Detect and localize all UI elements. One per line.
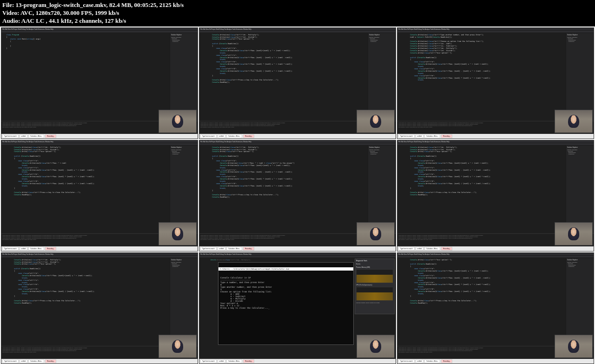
- thumbnail-8[interactable]: File Edit View Git Project Build Debug T…: [199, 252, 396, 364]
- file-info-header: File: 13-program_logic-switch_case.mkv, …: [0, 0, 595, 26]
- code-editor[interactable]: Console.Write(class="str">"Your option? …: [397, 258, 566, 346]
- taskbar-item[interactable]: Recording...: [441, 359, 452, 363]
- console-title: C:\Users\...\Calculator\bin\Debug\netcor…: [218, 267, 353, 271]
- windows-taskbar[interactable]: Type here to search untitled Calculator …: [397, 359, 594, 364]
- taskbar-item[interactable]: untitled: [20, 134, 28, 138]
- webcam-overlay: [555, 222, 593, 245]
- taskbar-item[interactable]: Calculator - Micro...: [226, 359, 242, 363]
- windows-taskbar[interactable]: Type here to search untitled Calculator …: [1, 359, 198, 364]
- thumbnail-9[interactable]: File Edit View Git Project Build Debug T…: [397, 252, 594, 364]
- taskbar-search[interactable]: Type here to search: [2, 247, 19, 251]
- taskbar-item[interactable]: Calculator - Micro...: [226, 247, 242, 251]
- webcam-overlay: [357, 222, 395, 245]
- file-info-line2: Video: AVC, 1280x720, 30.000 FPS, 1999 k…: [2, 9, 593, 17]
- taskbar-item[interactable]: Calculator - Micro...: [28, 134, 44, 138]
- memory-chart: [356, 269, 393, 283]
- code-editor[interactable]: Console.WriteLine(class="str">"\tm - Mul…: [199, 146, 368, 233]
- taskbar-item[interactable]: Recording...: [243, 247, 254, 251]
- solution-explorer[interactable]: Solution Explorer Solution 'Calculator' …: [170, 258, 198, 346]
- taskbar-item[interactable]: Recording...: [45, 134, 56, 138]
- windows-taskbar[interactable]: Type here to search untitled Calculator …: [199, 246, 396, 251]
- file-info-line1: File: 13-program_logic-switch_case.mkv, …: [2, 1, 593, 9]
- solution-explorer[interactable]: Solution Explorer Solution 'Calculator' …: [566, 258, 594, 346]
- code-editor[interactable]: Console.WriteLine(class="str">"\tm - Mul…: [1, 146, 170, 233]
- windows-taskbar[interactable]: Type here to search untitled Calculator …: [397, 134, 594, 139]
- windows-taskbar[interactable]: Type here to search untitled Calculator …: [1, 134, 198, 139]
- webcam-overlay: [159, 335, 197, 358]
- taskbar-search[interactable]: Type here to search: [398, 359, 415, 363]
- file-info-line3: Audio: AAC LC , 44.1 kHz, 2 channels, 12…: [2, 17, 593, 25]
- taskbar-search[interactable]: Type here to search: [200, 247, 217, 251]
- console-window[interactable]: C:\Users\...\Calculator\bin\Debug\netcor…: [218, 262, 354, 345]
- taskbar-item[interactable]: Recording...: [45, 359, 56, 363]
- console-output: Console Calculator in C# ---------------…: [220, 277, 351, 309]
- code-editor[interactable]: Console.WriteLine(class="str">"\tm - Mul…: [397, 146, 566, 233]
- windows-taskbar[interactable]: Type here to search untitled Calculator …: [199, 134, 396, 139]
- code-editor[interactable]: class Program { static void Main(string[…: [1, 33, 170, 121]
- webcam-overlay: [159, 222, 197, 245]
- taskbar-item[interactable]: Calculator - Micro...: [424, 247, 440, 251]
- thumbnail-1[interactable]: File Edit View Git Project Build Debug T…: [1, 27, 198, 139]
- solution-explorer[interactable]: Solution Explorer Solution 'Calculator' …: [566, 33, 594, 121]
- taskbar-search[interactable]: Type here to search: [200, 134, 217, 138]
- thumbnail-2[interactable]: File Edit View Git Project Build Debug T…: [199, 27, 396, 139]
- taskbar-item[interactable]: untitled: [20, 247, 28, 251]
- taskbar-item[interactable]: Calculator - Micro...: [28, 359, 44, 363]
- taskbar-item[interactable]: Recording...: [243, 134, 254, 138]
- thumbnail-5[interactable]: File Edit View Git Project Build Debug T…: [199, 140, 396, 251]
- taskbar-item[interactable]: Recording...: [441, 134, 452, 138]
- thumbnail-7[interactable]: File Edit View Git Project Build Debug T…: [1, 252, 198, 364]
- solution-explorer[interactable]: Solution Explorer Solution 'Calculator' …: [170, 33, 198, 121]
- taskbar-search[interactable]: Type here to search: [398, 134, 415, 138]
- taskbar-item[interactable]: untitled: [218, 247, 226, 251]
- taskbar-item[interactable]: untitled: [416, 359, 424, 363]
- taskbar-item[interactable]: Calculator - Micro...: [226, 134, 242, 138]
- thumbnail-3[interactable]: File Edit View Git Project Build Debug T…: [397, 27, 594, 139]
- taskbar-item[interactable]: untitled: [416, 134, 424, 138]
- webcam-overlay: [357, 335, 395, 358]
- solution-explorer[interactable]: Solution Explorer Solution 'Calculator' …: [566, 146, 594, 233]
- taskbar-search[interactable]: Type here to search: [200, 359, 217, 363]
- thumbnail-grid: File Edit View Git Project Build Debug T…: [0, 26, 595, 364]
- taskbar-item[interactable]: untitled: [218, 359, 226, 363]
- taskbar-search[interactable]: Type here to search: [2, 359, 19, 363]
- windows-taskbar[interactable]: Type here to search untitled Calculator …: [1, 246, 198, 251]
- cpu-chart: [356, 287, 393, 301]
- diagnostic-tools[interactable]: Diagnostic Tools Events Process Memory (…: [355, 258, 395, 314]
- webcam-overlay: [357, 110, 395, 133]
- thumbnail-4[interactable]: File Edit View Git Project Build Debug T…: [1, 140, 198, 251]
- code-editor[interactable]: Console.WriteLine(class="str">"\tm - Mul…: [1, 258, 170, 346]
- webcam-overlay: [555, 335, 593, 358]
- taskbar-item[interactable]: Calculator - Micro...: [424, 134, 440, 138]
- webcam-overlay: [555, 110, 593, 133]
- solution-explorer[interactable]: Solution Explorer Solution 'Calculator' …: [368, 33, 396, 121]
- taskbar-search[interactable]: Type here to search: [2, 134, 19, 138]
- thumbnail-6[interactable]: File Edit View Git Project Build Debug T…: [397, 140, 594, 251]
- taskbar-item[interactable]: Recording...: [243, 359, 254, 363]
- code-editor[interactable]: Console.WriteLine(class="str">"Type anot…: [397, 33, 566, 121]
- windows-taskbar[interactable]: Type here to search untitled Calculator …: [397, 246, 594, 251]
- taskbar-item[interactable]: Recording...: [45, 247, 56, 251]
- solution-explorer[interactable]: Solution Explorer Solution 'Calculator' …: [368, 146, 396, 233]
- taskbar-item[interactable]: untitled: [416, 247, 424, 251]
- windows-taskbar[interactable]: Type here to search untitled Calculator …: [199, 359, 396, 364]
- code-editor[interactable]: Console.WriteLine(class="str">"\tm - Mul…: [199, 33, 368, 121]
- solution-explorer[interactable]: Solution Explorer Solution 'Calculator' …: [170, 146, 198, 233]
- webcam-overlay: [159, 110, 197, 133]
- taskbar-item[interactable]: Calculator - Micro...: [424, 359, 440, 363]
- taskbar-item[interactable]: untitled: [20, 359, 28, 363]
- taskbar-item[interactable]: Recording...: [441, 247, 452, 251]
- taskbar-item[interactable]: untitled: [218, 134, 226, 138]
- taskbar-search[interactable]: Type here to search: [398, 247, 415, 251]
- taskbar-item[interactable]: Calculator - Micro...: [28, 247, 44, 251]
